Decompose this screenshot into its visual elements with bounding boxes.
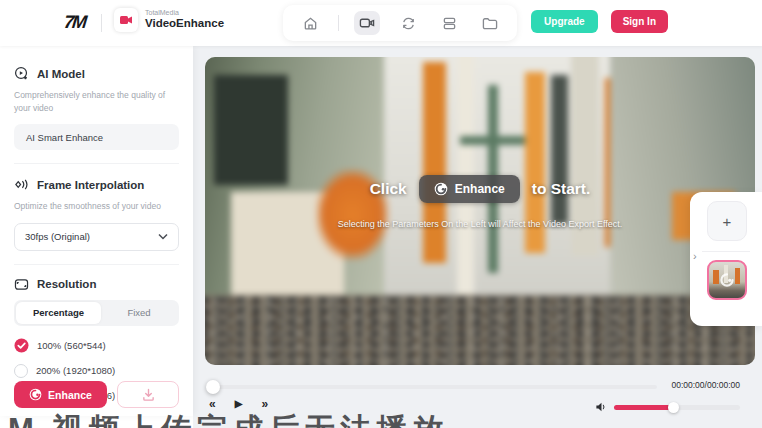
tab-fixed[interactable]: Fixed bbox=[101, 302, 177, 324]
header-divider bbox=[101, 14, 102, 32]
play-button[interactable]: ▶ bbox=[235, 399, 243, 409]
section-divider bbox=[14, 163, 179, 164]
fps-select[interactable]: 30fps (Original) bbox=[14, 223, 179, 251]
resolution-title: Resolution bbox=[37, 278, 96, 290]
download-icon bbox=[142, 388, 155, 401]
video-enhance-logo-icon bbox=[114, 8, 138, 32]
video-preview[interactable]: Click Enhance to Start. Selecting the Pa… bbox=[205, 57, 755, 365]
collapse-chevron-icon[interactable]: › bbox=[693, 250, 697, 262]
seek-handle[interactable] bbox=[206, 380, 220, 394]
frame-interpolation-description: Optimize the smoothness of your video bbox=[14, 200, 179, 213]
volume-handle[interactable] bbox=[668, 402, 679, 413]
resolution-option-label: 200% (1920*1080) bbox=[36, 365, 115, 376]
header-nav bbox=[283, 5, 517, 41]
batch-icon[interactable] bbox=[436, 11, 462, 35]
section-divider bbox=[14, 264, 179, 265]
overlay-hint-text: Selecting the Parameters On the Left wil… bbox=[338, 219, 623, 229]
overlay-enhance-button[interactable]: Enhance bbox=[419, 175, 520, 203]
radio-checked-icon bbox=[14, 338, 29, 353]
enhance-logo-icon bbox=[718, 271, 736, 289]
fps-select-value: 30fps (Original) bbox=[25, 231, 90, 242]
chevron-down-icon bbox=[158, 233, 168, 240]
settings-sidebar: AI Model Comprehensively enhance the qua… bbox=[0, 46, 193, 416]
resolution-option-label: 100% (560*544) bbox=[37, 340, 106, 351]
header: 7M TotalMedia VideoEnhance bbox=[0, 0, 762, 46]
main-area: Click Enhance to Start. Selecting the Pa… bbox=[193, 46, 762, 428]
enhance-button[interactable]: Enhance bbox=[14, 381, 107, 408]
resolution-icon bbox=[14, 278, 29, 291]
frame-interpolation-title: Frame Interpolation bbox=[37, 179, 144, 191]
overlay-start-text: to Start. bbox=[532, 180, 591, 198]
enhance-logo-icon bbox=[434, 182, 448, 196]
clips-divider bbox=[702, 251, 750, 252]
ai-model-title: AI Model bbox=[37, 68, 85, 80]
volume-slider[interactable] bbox=[614, 405, 740, 410]
resolution-tabs: Percentage Fixed bbox=[14, 300, 179, 326]
ai-model-description: Comprehensively enhance the quality of y… bbox=[14, 89, 179, 115]
brand-product-label: VideoEnhance bbox=[145, 17, 224, 30]
home-icon[interactable] bbox=[297, 11, 323, 35]
clips-panel: › + bbox=[690, 192, 762, 326]
app-brand: TotalMedia VideoEnhance bbox=[114, 8, 224, 32]
company-logo: 7M bbox=[63, 12, 86, 33]
resolution-option-200[interactable]: 200% (1920*1080) bbox=[14, 364, 179, 378]
tab-percentage[interactable]: Percentage bbox=[16, 302, 101, 324]
ai-model-value[interactable]: AI Smart Enhance bbox=[14, 124, 179, 150]
radio-unchecked-icon bbox=[14, 364, 28, 378]
app-window: 7M TotalMedia VideoEnhance bbox=[0, 0, 762, 428]
background-page-text: M 视频上传完成后无法播放 bbox=[8, 409, 448, 428]
overlay-click-text: Click bbox=[370, 180, 407, 198]
upgrade-button[interactable]: Upgrade bbox=[531, 10, 598, 33]
frame-interpolation-icon bbox=[14, 177, 29, 192]
video-thumbnail[interactable] bbox=[707, 260, 747, 300]
brand-company-label: TotalMedia bbox=[145, 9, 224, 17]
ai-model-icon bbox=[14, 66, 29, 81]
seek-bar[interactable] bbox=[207, 380, 657, 394]
enhance-logo-icon bbox=[29, 388, 42, 401]
add-video-button[interactable]: + bbox=[707, 201, 747, 241]
folder-icon[interactable] bbox=[477, 11, 503, 35]
video-overlay: Click Enhance to Start. Selecting the Pa… bbox=[205, 57, 755, 365]
resolution-option-100[interactable]: 100% (560*544) bbox=[14, 338, 179, 353]
speaker-icon[interactable] bbox=[595, 401, 607, 413]
download-button[interactable] bbox=[117, 381, 179, 408]
convert-icon[interactable] bbox=[395, 11, 421, 35]
nav-divider bbox=[338, 15, 339, 31]
signin-button[interactable]: Sign In bbox=[611, 10, 668, 33]
time-display: 00:00:00/00:00:00 bbox=[671, 380, 740, 390]
video-enhance-tab-icon[interactable] bbox=[354, 11, 380, 35]
